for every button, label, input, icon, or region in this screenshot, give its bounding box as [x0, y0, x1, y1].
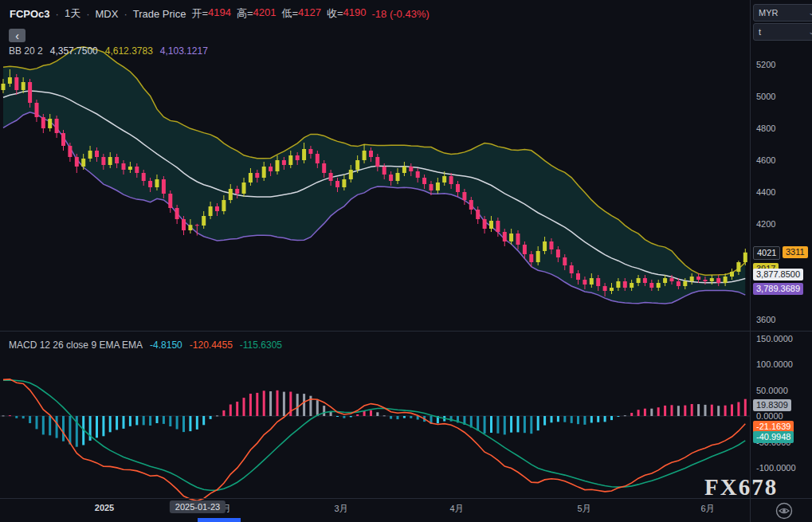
macd-line-value: -120.4455	[190, 339, 233, 351]
trading-chart-app: FCPOc3 · 1天 · MDX · Trade Price 开=4194 高…	[0, 0, 812, 522]
price-axis[interactable]: MYR ⌄ t ⌄ 520050004800460044004200360015…	[750, 0, 812, 522]
bb-upper-value: 4,612.3783	[105, 45, 153, 57]
price-chart-pane[interactable]	[0, 22, 750, 331]
currency-select[interactable]: MYR ⌄	[753, 4, 812, 22]
separator-dot: ·	[86, 8, 89, 20]
time-axis-label: 6月	[700, 503, 714, 515]
time-axis[interactable]: 20252月2025-01-233月4月5月6月	[0, 498, 812, 522]
price-axis-tick: 4400	[756, 186, 775, 198]
ohlc-high: 高=4201	[237, 6, 277, 21]
macd-indicator-legend[interactable]: MACD 12 26 close 9 EMA EMA -4.8150 -120.…	[9, 339, 282, 351]
time-axis-label: 5月	[577, 503, 590, 515]
macd-indicator-pane[interactable]	[0, 331, 750, 498]
price-axis-tick: 5200	[756, 59, 775, 70]
price-label: 3311	[783, 246, 808, 258]
price-axis-tick: 4800	[756, 123, 775, 134]
pane-separator[interactable]	[0, 331, 812, 332]
time-axis-label: 4月	[449, 503, 463, 515]
ohlc-low: 低=4127	[281, 6, 321, 21]
time-axis-label: 3月	[334, 503, 347, 515]
bb-lower-value: 4,103.1217	[160, 45, 208, 57]
macd-axis-tick: 100.0000	[756, 359, 793, 370]
symbol-name[interactable]: FCPOc3	[10, 8, 50, 20]
price-axis-tick: 5000	[756, 91, 775, 102]
unit-value: t	[759, 27, 761, 37]
macd-signal-value: -115.6305	[240, 339, 282, 351]
ohlc-open: 开=4194	[191, 6, 231, 21]
macd-value-label: -40.9948	[753, 431, 794, 443]
bb-legend-title: BB 20 2	[9, 45, 43, 57]
price-label: 3,877.8500	[753, 269, 803, 281]
unit-select[interactable]: t ⌄	[753, 23, 812, 41]
chevron-down-icon: ⌄	[808, 9, 812, 17]
bb-basis-value: 4,357.7500	[50, 45, 98, 57]
macd-axis-tick: 0.0000	[756, 410, 783, 422]
macd-hist-value: -4.8150	[150, 339, 182, 351]
macd-legend-title: MACD 12 26 close 9 EMA EMA	[9, 339, 143, 351]
scrollbar-highlight[interactable]	[198, 518, 241, 522]
macd-axis-tick: 50.0000	[756, 385, 788, 396]
chevron-down-icon: ⌄	[808, 28, 812, 36]
price-axis-tick: 4200	[756, 218, 775, 230]
macd-axis-tick: 150.0000	[756, 333, 793, 344]
bb-indicator-legend[interactable]: BB 20 2 4,357.7500 4,612.3783 4,103.1217	[9, 45, 208, 57]
crosshair-date-label: 2025-01-23	[170, 500, 226, 513]
separator-dot: ·	[124, 8, 127, 20]
eye-icon	[775, 502, 793, 520]
price-label: 4021	[753, 246, 780, 260]
price-label: 3,789.3689	[753, 283, 803, 295]
currency-value: MYR	[759, 8, 778, 18]
interval-label[interactable]: 1天	[65, 6, 80, 21]
ohlc-close: 收=4190	[327, 6, 367, 21]
price-axis-tick: 3600	[756, 314, 775, 325]
symbol-info-bar: FCPOc3 · 1天 · MDX · Trade Price 开=4194 高…	[10, 6, 430, 21]
chevron-left-icon: ‹	[15, 30, 19, 41]
price-axis-tick: 4600	[756, 155, 775, 166]
macd-axis-tick: -100.0000	[756, 462, 796, 473]
back-button[interactable]: ‹	[9, 29, 25, 42]
fx678-watermark: FX678	[704, 474, 778, 500]
price-change: -18 (-0.43%)	[372, 8, 430, 20]
separator-dot: ·	[56, 8, 59, 20]
exchange-label: MDX	[96, 8, 119, 20]
price-type-label: Trade Price	[133, 8, 186, 20]
time-axis-label: 2025	[95, 503, 114, 512]
macd-value-label: 19.8309	[753, 399, 791, 411]
visibility-eye-button[interactable]	[775, 502, 793, 520]
